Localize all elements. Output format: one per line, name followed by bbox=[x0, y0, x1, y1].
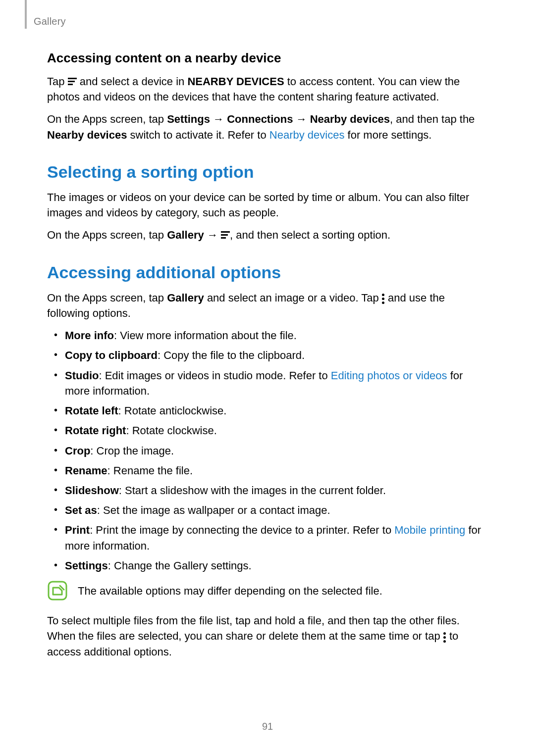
option-desc: : Rotate clockwise. bbox=[126, 424, 216, 437]
text: On the Apps screen, tap bbox=[47, 229, 167, 241]
bold-nearby-devices: NEARBY DEVICES bbox=[187, 75, 284, 88]
option-name: Copy to clipboard bbox=[65, 349, 158, 361]
list-item: Slideshow: Start a slideshow with the im… bbox=[47, 483, 488, 498]
option-desc: : Edit images or videos in studio mode. … bbox=[99, 369, 330, 382]
paragraph-sorting-1: The images or videos on your device can … bbox=[47, 190, 488, 220]
option-desc: : Change the Gallery settings. bbox=[108, 559, 252, 572]
bold-gallery: Gallery bbox=[167, 292, 204, 304]
text: On the Apps screen, tap bbox=[47, 113, 167, 125]
list-item: Rotate right: Rotate clockwise. bbox=[47, 423, 488, 438]
option-name: Rotate left bbox=[65, 404, 118, 417]
option-desc: : Rotate anticlockwise. bbox=[118, 404, 227, 417]
option-desc: : Set the image as wallpaper or a contac… bbox=[97, 504, 330, 516]
list-item: Studio: Edit images or videos in studio … bbox=[47, 368, 488, 399]
header-rule bbox=[25, 0, 27, 29]
heading-nearby-content: Accessing content on a nearby device bbox=[47, 50, 488, 66]
arrow-icon: → bbox=[204, 229, 221, 241]
page: Gallery Accessing content on a nearby de… bbox=[0, 0, 535, 756]
list-item: Crop: Crop the image. bbox=[47, 443, 488, 458]
header-section-label: Gallery bbox=[34, 16, 66, 27]
option-name: Settings bbox=[65, 559, 108, 572]
list-item: Copy to clipboard: Copy the file to the … bbox=[47, 348, 488, 363]
menu-icon bbox=[221, 230, 230, 240]
page-content: Accessing content on a nearby device Tap… bbox=[47, 15, 488, 659]
text: On the Apps screen, tap bbox=[47, 292, 167, 304]
option-desc: : Start a slideshow with the images in t… bbox=[119, 484, 386, 497]
text: , and then tap the bbox=[390, 113, 475, 125]
paragraph-nearby-1: Tap and select a device in NEARBY DEVICE… bbox=[47, 74, 488, 104]
menu-icon bbox=[68, 76, 77, 87]
list-item: Set as: Set the image as wallpaper or a … bbox=[47, 503, 488, 518]
more-options-icon bbox=[443, 631, 446, 642]
text: and select a device in bbox=[77, 75, 188, 88]
text: To select multiple files from the file l… bbox=[47, 614, 460, 642]
option-desc: : Crop the image. bbox=[90, 445, 174, 457]
text: and select an image or a video. Tap bbox=[204, 292, 382, 304]
option-name: Slideshow bbox=[65, 484, 119, 497]
link-mobile-printing[interactable]: Mobile printing bbox=[394, 524, 465, 536]
page-number: 91 bbox=[0, 721, 535, 732]
note-text: The available options may differ dependi… bbox=[78, 580, 382, 599]
list-item: Rotate left: Rotate anticlockwise. bbox=[47, 403, 488, 418]
paragraph-sorting-2: On the Apps screen, tap Gallery → , and … bbox=[47, 227, 488, 243]
list-item: More info: View more information about t… bbox=[47, 328, 488, 343]
more-options-icon bbox=[382, 292, 385, 303]
option-name: Set as bbox=[65, 504, 97, 516]
link-nearby-devices[interactable]: Nearby devices bbox=[269, 129, 345, 141]
text: , and then select a sorting option. bbox=[230, 229, 390, 241]
note-block: The available options may differ dependi… bbox=[47, 580, 488, 601]
note-icon bbox=[47, 580, 68, 601]
bold-settings: Settings bbox=[167, 113, 210, 125]
option-name: Studio bbox=[65, 369, 99, 382]
arrow-icon: → bbox=[293, 113, 310, 125]
heading-sorting-option: Selecting a sorting option bbox=[47, 162, 488, 182]
option-name: Rotate right bbox=[65, 424, 126, 437]
text: for more settings. bbox=[344, 129, 431, 141]
paragraph-nearby-2: On the Apps screen, tap Settings → Conne… bbox=[47, 111, 488, 142]
link-editing-photos[interactable]: Editing photos or videos bbox=[331, 369, 447, 382]
text: Tap bbox=[47, 75, 68, 88]
paragraph-multiselect: To select multiple files from the file l… bbox=[47, 613, 488, 659]
option-desc: : Copy the file to the clipboard. bbox=[158, 349, 305, 361]
option-desc: : View more information about the file. bbox=[114, 329, 297, 342]
heading-additional-options: Accessing additional options bbox=[47, 263, 488, 282]
option-name: Print bbox=[65, 524, 90, 536]
bold-nearby-devices: Nearby devices bbox=[310, 113, 390, 125]
bold-connections: Connections bbox=[227, 113, 293, 125]
option-name: Crop bbox=[65, 445, 90, 457]
option-desc: : Rename the file. bbox=[107, 464, 193, 477]
options-list: More info: View more information about t… bbox=[47, 328, 488, 573]
arrow-icon: → bbox=[210, 113, 227, 125]
option-name: Rename bbox=[65, 464, 107, 477]
option-desc: : Print the image by connecting the devi… bbox=[90, 524, 394, 536]
list-item: Settings: Change the Gallery settings. bbox=[47, 558, 488, 573]
paragraph-additional-intro: On the Apps screen, tap Gallery and sele… bbox=[47, 290, 488, 321]
text: switch to activate it. Refer to bbox=[127, 129, 269, 141]
option-name: More info bbox=[65, 329, 114, 342]
bold-nearby-devices-switch: Nearby devices bbox=[47, 129, 127, 141]
list-item: Rename: Rename the file. bbox=[47, 463, 488, 478]
bold-gallery: Gallery bbox=[167, 229, 204, 241]
list-item: Print: Print the image by connecting the… bbox=[47, 522, 488, 553]
svg-rect-0 bbox=[49, 582, 66, 600]
